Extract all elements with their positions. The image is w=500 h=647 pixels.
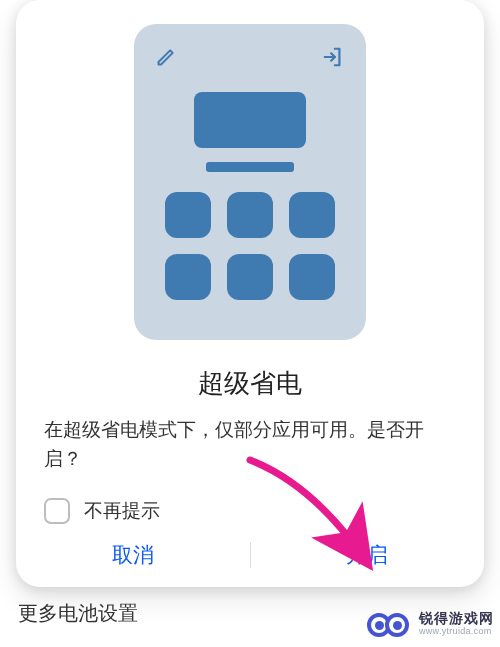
cancel-button[interactable]: 取消 bbox=[16, 525, 250, 585]
illustration-app bbox=[165, 192, 211, 238]
illustration-app bbox=[165, 254, 211, 300]
phone-illustration bbox=[134, 24, 366, 340]
dialog-description: 在超级省电模式下，仅部分应用可用。是否开启？ bbox=[16, 401, 484, 474]
illustration bbox=[16, 24, 484, 340]
watermark-brand: 锐得游戏网 bbox=[419, 611, 494, 626]
illustration-topbar bbox=[156, 46, 344, 68]
illustration-app bbox=[289, 192, 335, 238]
edit-icon bbox=[156, 47, 176, 67]
exit-icon bbox=[322, 46, 344, 68]
checkbox-icon[interactable] bbox=[44, 498, 70, 524]
dialog-title: 超级省电 bbox=[16, 366, 484, 401]
illustration-app bbox=[227, 254, 273, 300]
dont-show-again-row[interactable]: 不再提示 bbox=[16, 474, 484, 524]
watermark-text: 锐得游戏网 www.ytruida.com bbox=[419, 611, 494, 636]
more-battery-settings[interactable]: 更多电池设置 bbox=[18, 600, 138, 627]
illustration-widget bbox=[194, 92, 306, 148]
illustration-dash bbox=[206, 162, 294, 172]
watermark-url: www.ytruida.com bbox=[419, 627, 494, 637]
illustration-app bbox=[227, 192, 273, 238]
ultra-power-saving-dialog: 超级省电 在超级省电模式下，仅部分应用可用。是否开启？ 不再提示 取消 开启 bbox=[16, 0, 484, 587]
watermark-logo-icon bbox=[367, 607, 411, 641]
checkbox-label: 不再提示 bbox=[84, 498, 160, 524]
confirm-button[interactable]: 开启 bbox=[251, 525, 485, 585]
dialog-actions: 取消 开启 bbox=[16, 524, 484, 587]
illustration-app bbox=[289, 254, 335, 300]
illustration-app-grid bbox=[156, 192, 344, 300]
watermark: 锐得游戏网 www.ytruida.com bbox=[367, 607, 494, 641]
